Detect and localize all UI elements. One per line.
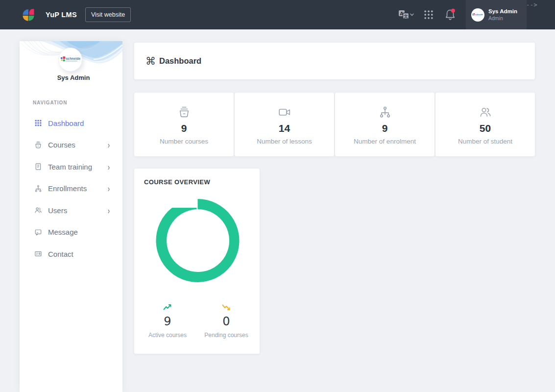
video-camera-icon <box>278 106 291 119</box>
yup-logo-icon <box>23 9 34 21</box>
sidebar-item-team-training[interactable]: Team training › <box>20 156 122 178</box>
legend-label: Active courses <box>148 332 187 339</box>
basket-icon <box>178 106 191 119</box>
sidebar-item-label: Contact <box>48 250 73 258</box>
page-header: ⌘ Dashboard <box>134 43 535 79</box>
page-title: Dashboard <box>159 56 201 66</box>
stat-value: 9 <box>181 122 187 134</box>
visit-website-button[interactable]: Visit website <box>85 7 131 22</box>
course-overview-card: COURSE OVERVIEW 9 Active courses 0 Pendi… <box>134 169 260 354</box>
notifications-bell-icon[interactable] <box>444 8 456 21</box>
sidebar-item-label: Message <box>48 228 78 236</box>
sidebar-item-users[interactable]: Users › <box>20 199 122 221</box>
sidebar: schneide Sys Admin NAVIGATION Dashboard <box>20 41 122 392</box>
app-logo-icon <box>23 9 34 21</box>
sidebar-item-label: Courses <box>48 141 75 149</box>
donut-segment-active <box>156 199 239 282</box>
stat-number-of-student: 50 Number of student <box>435 93 535 156</box>
apps-grid-icon[interactable] <box>424 10 433 19</box>
comment-arrow-artifact: --> <box>526 1 537 8</box>
chat-icon <box>34 228 42 236</box>
top-navbar: YuP LMS Visit website A 文 <box>0 0 555 29</box>
stat-number-courses: 9 Number courses <box>134 93 234 156</box>
users-icon <box>479 106 492 119</box>
svg-text:文: 文 <box>404 14 408 19</box>
basket-icon <box>34 141 42 149</box>
profile-avatar[interactable]: schneide <box>58 48 82 72</box>
sidebar-item-dashboard[interactable]: Dashboard <box>20 112 122 134</box>
contact-card-icon <box>34 250 42 258</box>
donut-chart[interactable] <box>135 195 259 286</box>
legend-pending-courses: 0 Pending courses <box>199 302 253 339</box>
sidebar-item-contact[interactable]: Contact <box>20 243 122 265</box>
legend-label: Pending courses <box>204 332 248 339</box>
notification-dot <box>451 9 455 13</box>
sidebar-item-label: Users <box>48 206 67 215</box>
schneide-logo: schneide <box>472 13 483 17</box>
sidebar-item-courses[interactable]: Courses › <box>20 134 122 156</box>
profile-name: Sys Admin <box>24 74 122 81</box>
trend-up-icon <box>163 304 172 311</box>
journal-icon <box>34 163 42 171</box>
user-role: Admin <box>488 15 517 22</box>
command-icon: ⌘ <box>145 56 156 66</box>
chevron-right-icon: › <box>108 205 110 215</box>
translate-icon: A 文 <box>398 9 409 20</box>
stat-label: Number of student <box>458 138 512 145</box>
stat-number-of-enrolment: 9 Number of enrolment <box>335 93 434 156</box>
sidebar-item-label: Team training <box>48 163 92 171</box>
legend-value: 0 <box>222 315 230 328</box>
sidebar-menu: Dashboard Courses › Team training › <box>20 112 122 265</box>
legend-value: 9 <box>164 315 171 328</box>
sidebar-item-label: Dashboard <box>48 119 84 127</box>
sidebar-item-message[interactable]: Message <box>20 221 122 244</box>
stat-label: Number of lessons <box>257 138 312 145</box>
brand-name: YuP LMS <box>46 11 77 19</box>
stat-label: Number of enrolment <box>354 138 416 145</box>
chevron-right-icon: › <box>108 162 110 172</box>
stat-value: 50 <box>480 122 491 134</box>
chevron-down-icon <box>410 13 414 16</box>
course-overview-title: COURSE OVERVIEW <box>144 178 210 186</box>
sitemap-icon <box>379 106 391 119</box>
schneide-logo: schneide <box>60 55 81 64</box>
language-selector[interactable]: A 文 <box>398 9 414 20</box>
stat-value: 14 <box>279 122 290 134</box>
sidebar-item-enrollments[interactable]: Enrollments › <box>20 178 122 200</box>
stat-value: 9 <box>382 122 388 134</box>
trend-down-icon <box>222 304 231 311</box>
chevron-right-icon: › <box>108 140 110 150</box>
svg-text:schneide: schneide <box>66 57 80 60</box>
stats-row: 9 Number courses 14 Number of lessons 9 … <box>134 93 535 156</box>
svg-text:schneide: schneide <box>475 13 483 15</box>
brand: YuP LMS <box>23 9 77 21</box>
legend-active-courses: 9 Active courses <box>141 302 194 339</box>
stat-number-of-lessons: 14 Number of lessons <box>235 93 334 156</box>
stat-label: Number courses <box>160 138 208 145</box>
donut-legend: 9 Active courses 0 Pending courses <box>141 302 253 339</box>
user-name: Sys Admin <box>488 8 517 15</box>
user-texts: Sys Admin Admin <box>488 8 517 22</box>
users-icon <box>34 206 42 214</box>
sidebar-item-label: Enrollments <box>48 184 87 193</box>
chevron-right-icon: › <box>108 184 110 194</box>
grid-icon <box>34 119 42 127</box>
sitemap-icon <box>34 185 42 193</box>
navigation-heading: NAVIGATION <box>33 100 67 105</box>
user-avatar: schneide <box>471 8 484 22</box>
main-content: ⌘ Dashboard 9 Number courses 14 Number o… <box>134 43 535 354</box>
user-menu[interactable]: schneide Sys Admin Admin <box>466 0 527 29</box>
